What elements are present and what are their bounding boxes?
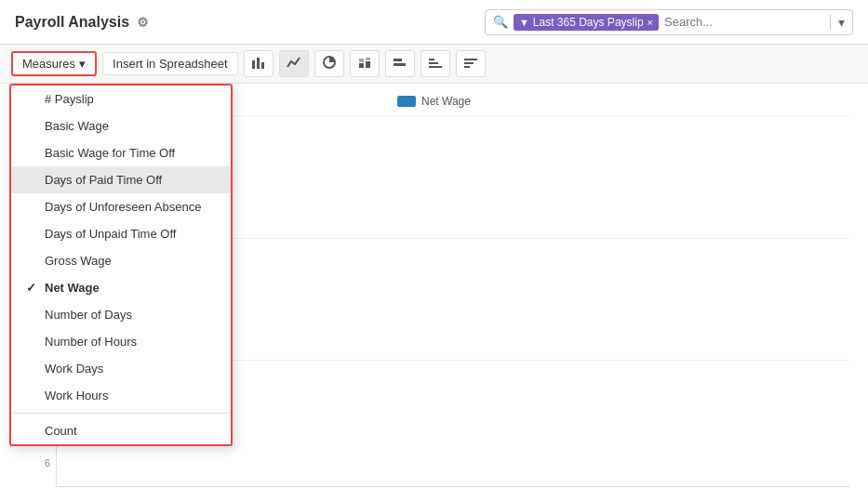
search-icon: 🔍	[493, 15, 508, 29]
menu-item-work-hours[interactable]: Work Hours	[11, 382, 231, 409]
line-chart-button[interactable]	[279, 50, 309, 77]
sort-desc-button[interactable]	[456, 50, 486, 77]
menu-label-work-hours: Work Hours	[45, 389, 108, 402]
stack-chart-button[interactable]	[350, 50, 380, 77]
menu-label-days-paid-time-off: Days of Paid Time Off	[45, 173, 162, 187]
legend-color-swatch	[397, 96, 416, 107]
menu-item-work-days[interactable]: Work Days	[11, 355, 231, 382]
top-bar: Payroll Analysis ⚙ 🔍 ▼ Last 365 Days Pay…	[0, 0, 868, 45]
svg-rect-9	[394, 63, 406, 66]
svg-rect-4	[359, 63, 364, 68]
menu-label-gross-wage: Gross Wage	[45, 254, 112, 268]
menu-label-basic-wage: Basic Wage	[45, 119, 109, 133]
insert-spreadsheet-button[interactable]: Insert in Spreadsheet	[102, 52, 238, 75]
gear-icon[interactable]: ⚙	[137, 15, 149, 30]
menu-item-payslip[interactable]: # Payslip	[11, 86, 231, 112]
legend-label: Net Wage	[421, 95, 471, 108]
menu-item-gross-wage[interactable]: Gross Wage	[11, 247, 231, 274]
pie-chart-button[interactable]	[314, 50, 344, 77]
svg-rect-0	[252, 60, 255, 69]
toolbar: Measures ▾ Insert in Spreadsheet # Paysl…	[0, 45, 868, 84]
menu-label-payslip: # Payslip	[45, 92, 94, 106]
menu-item-basic-wage-time-off[interactable]: Basic Wage for Time Off	[11, 139, 231, 166]
menu-check-net-wage: ✓	[26, 281, 39, 295]
measures-dropdown: # Payslip Basic Wage Basic Wage for Time…	[9, 84, 233, 446]
measures-button[interactable]: Measures ▾	[11, 51, 97, 76]
bar-chart-button[interactable]	[244, 50, 274, 77]
measures-arrow-icon: ▾	[79, 57, 86, 71]
menu-item-days-paid-time-off[interactable]: Days of Paid Time Off	[11, 166, 231, 193]
menu-item-number-of-days[interactable]: Number of Days	[11, 301, 231, 328]
search-dropdown-arrow[interactable]: ▾	[830, 15, 845, 30]
menu-item-days-unpaid-time-off[interactable]: Days of Unpaid Time Off	[11, 220, 231, 247]
svg-rect-6	[366, 61, 370, 68]
svg-rect-8	[394, 59, 402, 61]
filter-label: Last 365 Days Payslip	[533, 16, 644, 29]
search-input[interactable]	[664, 15, 821, 29]
menu-label-days-unforeseen: Days of Unforeseen Absence	[45, 200, 201, 214]
svg-rect-7	[366, 58, 370, 60]
svg-rect-10	[429, 66, 442, 68]
page-title-text: Payroll Analysis	[15, 14, 129, 31]
sort-asc-button[interactable]	[421, 50, 450, 77]
filter-tag[interactable]: ▼ Last 365 Days Payslip ×	[514, 14, 659, 31]
menu-label-basic-wage-time-off: Basic Wage for Time Off	[45, 146, 175, 160]
page-title: Payroll Analysis ⚙	[15, 14, 149, 31]
measures-label: Measures	[22, 57, 75, 71]
menu-label-work-days: Work Days	[45, 362, 103, 376]
svg-rect-2	[261, 62, 264, 69]
svg-rect-13	[464, 59, 477, 60]
menu-divider	[11, 413, 231, 414]
filter-funnel-icon: ▼	[519, 17, 529, 28]
search-bar: 🔍 ▼ Last 365 Days Payslip × ▾	[485, 9, 853, 35]
svg-rect-11	[429, 62, 438, 64]
svg-rect-14	[464, 62, 474, 64]
menu-item-net-wage[interactable]: ✓ Net Wage	[11, 274, 231, 301]
menu-item-count[interactable]: Count	[11, 417, 231, 444]
svg-rect-15	[464, 66, 470, 68]
menu-item-number-of-hours[interactable]: Number of Hours	[11, 328, 231, 355]
menu-label-number-of-hours: Number of Hours	[45, 335, 137, 349]
menu-label-count: Count	[45, 424, 77, 438]
menu-label-net-wage: Net Wage	[45, 281, 100, 295]
menu-label-number-of-days: Number of Days	[45, 308, 132, 322]
bar-alt-button[interactable]	[385, 50, 415, 77]
svg-rect-5	[359, 59, 364, 62]
menu-label-days-unpaid-time-off: Days of Unpaid Time Off	[45, 227, 176, 241]
svg-rect-1	[257, 58, 260, 69]
menu-item-days-unforeseen[interactable]: Days of Unforeseen Absence	[11, 193, 231, 220]
y-label-6: 6	[45, 457, 50, 468]
filter-close-icon[interactable]: ×	[648, 17, 653, 28]
menu-item-basic-wage[interactable]: Basic Wage	[11, 112, 231, 139]
svg-rect-12	[429, 59, 434, 60]
